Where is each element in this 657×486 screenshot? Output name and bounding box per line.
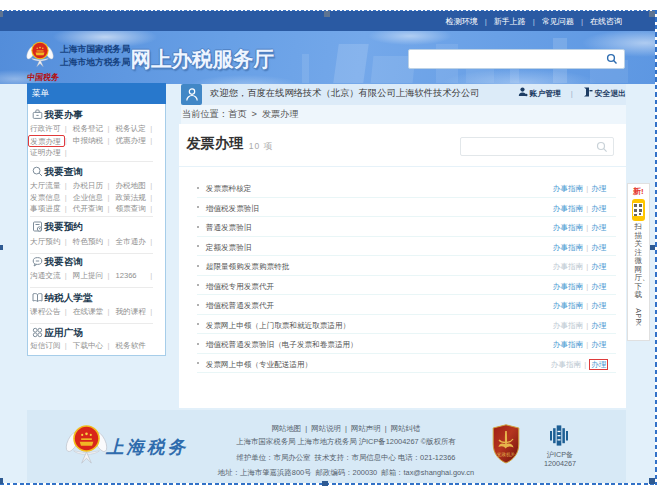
svg-text:党政机关: 党政机关 [497,451,516,458]
